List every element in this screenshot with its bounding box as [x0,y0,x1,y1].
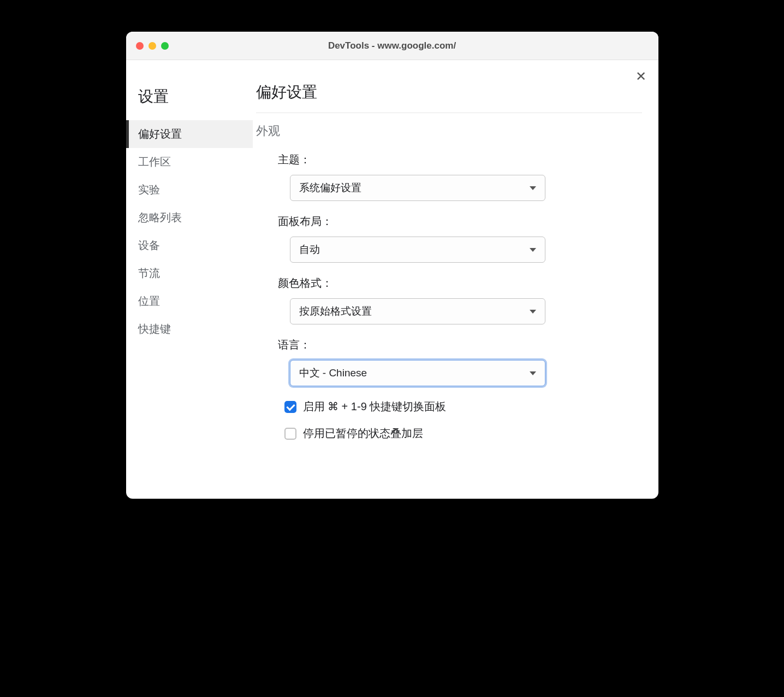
content-area: ✕ 设置 偏好设置 工作区 实验 忽略列表 设备 节流 位置 [126,60,658,499]
settings-sidebar: 设置 偏好设置 工作区 实验 忽略列表 设备 节流 位置 快捷 [126,60,253,499]
sidebar-title: 设置 [126,82,253,120]
sidebar-item-ignore-list[interactable]: 忽略列表 [126,204,253,232]
overlay-checkbox[interactable] [284,428,296,440]
sidebar-item-label: 位置 [138,295,160,307]
shortcut-checkbox-row[interactable]: 启用 ⌘ + 1-9 快捷键切换面板 [256,399,642,414]
page-title: 偏好设置 [256,82,642,113]
layout-select[interactable]: 自动 [290,237,545,263]
sidebar-item-throttling[interactable]: 节流 [126,259,253,287]
sidebar-item-preferences[interactable]: 偏好设置 [126,120,253,148]
sidebar-item-label: 工作区 [138,156,171,168]
layout-field: 面板布局： 自动 [256,214,642,263]
close-window-button[interactable] [136,42,144,50]
sidebar-item-locations[interactable]: 位置 [126,287,253,315]
theme-field: 主题： 系统偏好设置 [256,152,642,201]
shortcut-checkbox[interactable] [284,401,296,413]
language-select[interactable]: 中文 - Chinese [290,360,545,386]
language-label: 语言： [278,338,642,352]
close-icon[interactable]: ✕ [635,70,646,83]
sidebar-item-shortcuts[interactable]: 快捷键 [126,315,253,343]
main-panel: 偏好设置 外观 主题： 系统偏好设置 面板布局： 自动 [253,60,658,499]
color-format-value: 按原始格式设置 [299,304,372,318]
theme-label: 主题： [278,152,642,167]
layout-label: 面板布局： [278,214,642,229]
chevron-down-icon [530,248,536,252]
traffic-lights [136,42,169,50]
window-title: DevTools - www.google.com/ [126,40,658,51]
chevron-down-icon [530,310,536,314]
sidebar-item-label: 实验 [138,184,160,196]
theme-select[interactable]: 系统偏好设置 [290,175,545,201]
overlay-checkbox-label: 停用已暂停的状态叠加层 [303,426,423,441]
shortcut-checkbox-label: 启用 ⌘ + 1-9 快捷键切换面板 [303,399,447,414]
overlay-checkbox-row[interactable]: 停用已暂停的状态叠加层 [256,426,642,441]
language-value: 中文 - Chinese [299,366,367,380]
sidebar-item-label: 忽略列表 [138,211,182,223]
sidebar-item-label: 偏好设置 [138,128,182,140]
language-field: 语言： 中文 - Chinese [256,338,642,386]
sidebar-item-label: 快捷键 [138,323,171,335]
chevron-down-icon [530,371,536,375]
window-titlebar: DevTools - www.google.com/ [126,32,658,60]
minimize-window-button[interactable] [149,42,156,50]
sidebar-item-label: 节流 [138,267,160,279]
chevron-down-icon [530,186,536,190]
color-format-label: 颜色格式： [278,276,642,291]
sidebar-item-label: 设备 [138,239,160,251]
sidebar-item-experiments[interactable]: 实验 [126,176,253,204]
color-format-field: 颜色格式： 按原始格式设置 [256,276,642,324]
maximize-window-button[interactable] [161,42,169,50]
devtools-settings-window: DevTools - www.google.com/ ✕ 设置 偏好设置 工作区… [126,32,658,499]
color-format-select[interactable]: 按原始格式设置 [290,298,545,324]
theme-value: 系统偏好设置 [299,181,361,195]
sidebar-item-devices[interactable]: 设备 [126,232,253,259]
section-appearance: 外观 [256,123,642,139]
sidebar-item-workspace[interactable]: 工作区 [126,148,253,176]
layout-value: 自动 [299,243,320,257]
